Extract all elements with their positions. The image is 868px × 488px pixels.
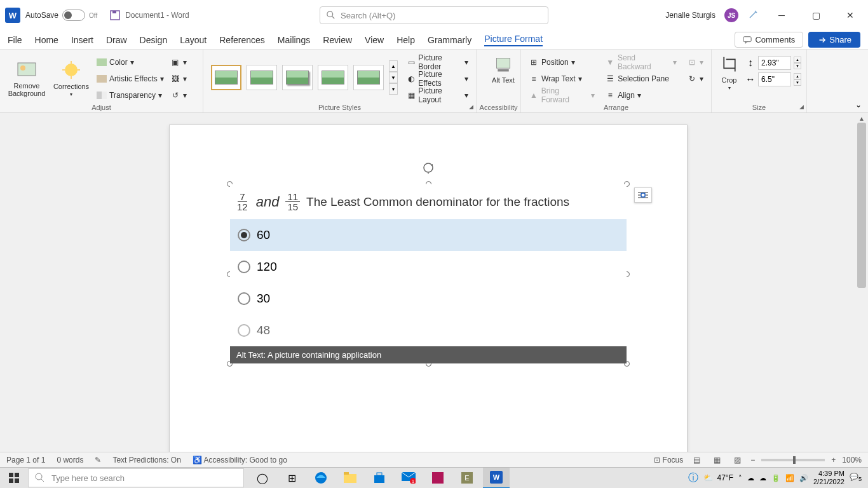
tab-mailings[interactable]: Mailings [278, 35, 310, 45]
autosave-toggle[interactable]: AutoSave Off [25, 10, 97, 21]
wrap-text-button[interactable]: ≡Wrap Text ▾ [526, 71, 597, 86]
minimize-button[interactable]: ─ [769, 6, 794, 24]
style-thumb-2[interactable] [247, 65, 277, 90]
tab-help[interactable]: Help [397, 35, 415, 45]
gallery-more[interactable]: ▾ [389, 83, 398, 95]
maximize-button[interactable]: ▢ [803, 6, 829, 24]
onedrive-icon[interactable]: ☁ [747, 474, 754, 482]
alt-text-button[interactable]: Alt Text [482, 52, 525, 84]
transparency-button[interactable]: Transparency ▾ [94, 88, 166, 103]
cortana-icon[interactable]: ◯ [249, 468, 276, 489]
height-input[interactable] [758, 56, 791, 70]
width-input[interactable] [758, 72, 791, 86]
read-mode[interactable]: ▤ [689, 454, 703, 466]
word-count[interactable]: 0 words [57, 456, 83, 464]
zoom-in[interactable]: + [831, 456, 836, 464]
page-status[interactable]: Page 1 of 1 [6, 456, 45, 464]
vertical-scrollbar[interactable]: ▲ ▼ [857, 113, 867, 466]
task-view-icon[interactable]: ⊞ [278, 468, 305, 489]
battery-icon[interactable]: 🔋 [771, 474, 780, 482]
scroll-thumb[interactable] [857, 123, 866, 288]
height-down[interactable]: ▼ [794, 63, 801, 69]
volume-icon[interactable]: 🔊 [799, 474, 808, 482]
zoom-out[interactable]: − [750, 456, 755, 464]
share-button[interactable]: Share [808, 32, 860, 48]
tab-design[interactable]: Design [140, 35, 168, 45]
save-icon[interactable] [110, 10, 120, 20]
reset-picture-button[interactable]: ↺▾ [168, 88, 189, 103]
tab-home[interactable]: Home [35, 35, 58, 45]
tab-view[interactable]: View [365, 35, 384, 45]
send-backward-button[interactable]: ▼Send Backward ▾ [602, 55, 679, 70]
text-predictions[interactable]: Text Predictions: On [112, 456, 180, 464]
rotate-handle[interactable] [422, 161, 435, 174]
scroll-up[interactable]: ▲ [857, 113, 867, 123]
color-button[interactable]: Color ▾ [94, 55, 166, 70]
group-button[interactable]: ⊡▾ [684, 55, 706, 70]
align-button[interactable]: ≡Align ▾ [602, 88, 679, 103]
change-picture-button[interactable]: 🖼▾ [168, 71, 189, 86]
height-up[interactable]: ▲ [794, 57, 801, 63]
taskbar-search[interactable]: Type here to search [28, 468, 244, 487]
spellcheck-icon[interactable]: ✎ [95, 456, 101, 464]
style-thumb-3[interactable] [282, 65, 313, 90]
styles-dialog-launcher[interactable]: ◢ [469, 104, 473, 110]
wifi-icon[interactable]: 📶 [785, 474, 794, 482]
edge-icon[interactable] [308, 468, 334, 489]
tab-review[interactable]: Review [323, 35, 352, 45]
style-thumb-5[interactable] [353, 65, 384, 90]
tab-insert[interactable]: Insert [71, 35, 93, 45]
picture-effects-button[interactable]: ◐Picture Effects ▾ [404, 71, 471, 86]
zoom-slider[interactable] [761, 459, 825, 461]
tab-references[interactable]: References [219, 35, 265, 45]
picture-layout-button[interactable]: ▦Picture Layout ▾ [404, 88, 471, 103]
tab-layout[interactable]: Layout [180, 35, 207, 45]
toggle-switch[interactable] [62, 10, 85, 21]
print-layout[interactable]: ▦ [710, 454, 724, 466]
onedrive-icon-2[interactable]: ☁ [759, 474, 766, 482]
picture-border-button[interactable]: ▭Picture Border ▾ [404, 55, 471, 70]
gallery-up[interactable]: ▲ [389, 60, 398, 72]
clock[interactable]: 4:39 PM 2/21/2022 [813, 470, 844, 486]
selection-pane-button[interactable]: ☰Selection Pane [602, 71, 679, 86]
mail-icon[interactable]: 1 [395, 468, 422, 489]
comments-button[interactable]: Comments [735, 32, 803, 48]
size-dialog-launcher[interactable]: ◢ [799, 104, 804, 110]
style-thumb-4[interactable] [318, 65, 348, 90]
mic-icon[interactable] [747, 9, 760, 22]
tab-picture-format[interactable]: Picture Format [484, 34, 543, 46]
web-layout[interactable]: ▨ [730, 454, 744, 466]
start-button[interactable] [0, 468, 28, 489]
remove-background-button[interactable]: Remove Background [5, 52, 48, 103]
close-button[interactable]: ✕ [837, 6, 863, 24]
explorer-icon[interactable] [337, 468, 363, 489]
style-thumb-1[interactable] [211, 65, 241, 90]
bring-forward-button[interactable]: ▲Bring Forward ▾ [526, 88, 597, 103]
help-icon[interactable]: ⓘ [688, 471, 698, 485]
app-icon-1[interactable] [424, 468, 451, 489]
styles-gallery[interactable]: ▲ ▼ ▾ [208, 52, 400, 103]
tray-chevron[interactable]: ˄ [738, 474, 742, 482]
selected-picture[interactable]: 7 12 and 11 15 The Least Common denomina… [230, 184, 627, 363]
layout-options-badge[interactable] [634, 187, 652, 203]
tab-draw[interactable]: Draw [106, 35, 127, 45]
search-input[interactable]: Search (Alt+Q) [320, 6, 548, 24]
compress-button[interactable]: ▣▾ [168, 55, 189, 70]
focus-mode[interactable]: ⊡ Focus [654, 456, 683, 464]
weather-widget[interactable]: ⛅ 47°F [703, 473, 733, 482]
collapse-ribbon[interactable]: ⌄ [855, 100, 862, 109]
width-down[interactable]: ▼ [794, 79, 801, 86]
tab-grammarly[interactable]: Grammarly [428, 35, 471, 45]
artistic-effects-button[interactable]: Artistic Effects ▾ [94, 71, 166, 86]
corrections-button[interactable]: Corrections▾ [50, 52, 93, 103]
width-up[interactable]: ▲ [794, 73, 801, 79]
store-icon[interactable] [366, 468, 393, 489]
zoom-level[interactable]: 100% [842, 456, 862, 464]
tab-file[interactable]: File [8, 35, 22, 45]
accessibility-status[interactable]: ♿ Accessibility: Good to go [193, 456, 287, 464]
gallery-down[interactable]: ▼ [389, 72, 398, 83]
position-button[interactable]: ⊞Position ▾ [526, 55, 597, 70]
crop-button[interactable]: Crop▾ [717, 52, 742, 91]
page[interactable]: 7 12 and 11 15 The Least Common denomina… [169, 125, 688, 455]
notifications-icon[interactable]: 💬5 [850, 473, 862, 482]
